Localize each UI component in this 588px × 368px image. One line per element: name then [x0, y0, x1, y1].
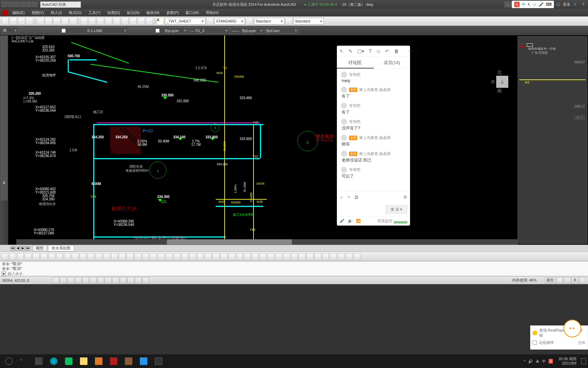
status-custom-icon[interactable] — [579, 277, 586, 283]
qat-undo-icon[interactable] — [20, 2, 25, 7]
menu-parametric[interactable]: 参数(P) — [164, 10, 182, 16]
btool-46[interactable] — [354, 253, 360, 260]
tool-btn-9[interactable] — [69, 17, 77, 25]
tab-next-icon[interactable]: ▶ — [20, 246, 25, 251]
circle-tool-icon[interactable] — [1, 50, 7, 57]
ann-mode-icon[interactable] — [127, 277, 134, 283]
menu-dimension[interactable]: 标注(N) — [124, 10, 142, 16]
btool-8[interactable] — [56, 253, 63, 260]
pencil-tool-icon[interactable]: ✎ — [348, 48, 353, 54]
tray-sogou-icon[interactable]: S — [549, 359, 553, 364]
menu-view[interactable]: 视图(V) — [29, 10, 47, 16]
tab-first-icon[interactable]: ⏮ — [10, 246, 15, 251]
explorer-taskbar-icon[interactable] — [77, 356, 91, 367]
layer-btn-2[interactable] — [27, 27, 35, 34]
menu-app-icon[interactable] — [3, 10, 8, 15]
text-tool-icon[interactable]: T — [369, 48, 372, 54]
tool-btn-2[interactable] — [10, 17, 17, 25]
tool-btn-8[interactable] — [61, 17, 69, 25]
tool-btn-3[interactable] — [18, 17, 25, 25]
ignore-link[interactable]: 忽略 — [578, 340, 586, 345]
menu-draw[interactable]: 绘图(D) — [105, 10, 123, 16]
btool-31[interactable] — [236, 253, 243, 260]
snap-mode-icon[interactable] — [52, 277, 59, 283]
btool-3[interactable] — [17, 253, 24, 260]
color-combo[interactable]: ByLayer — [154, 27, 188, 34]
ime-floating-bar[interactable]: S 中 •, ☺ 🎤 ⌨ — [512, 1, 554, 8]
tool-btn-6[interactable] — [45, 17, 52, 25]
tab-last-icon[interactable]: ⏭ — [26, 246, 30, 251]
btool-45[interactable] — [346, 253, 353, 260]
tool-btn-7[interactable] — [53, 17, 61, 25]
visual-style-combo[interactable]: 典 — [1, 27, 18, 34]
qat-save-icon[interactable] — [14, 2, 19, 7]
sogou-icon[interactable]: S — [514, 2, 520, 7]
btool-21[interactable] — [158, 253, 165, 260]
model-space-canvas[interactable]: 4 6 8 [一][抬架][门]广域线图 网格无调整不正确 325.610 32… — [8, 35, 588, 245]
block-tool-icon[interactable] — [1, 101, 7, 107]
mtext-tool-icon[interactable] — [1, 115, 7, 122]
text-style-btn[interactable]: A — [157, 17, 164, 25]
btool-14[interactable] — [103, 253, 110, 260]
btool-15[interactable] — [111, 253, 118, 260]
osnap-mode-icon[interactable] — [82, 277, 89, 283]
btool-38[interactable] — [291, 253, 298, 260]
menu-tools[interactable]: 工具(T) — [86, 10, 103, 16]
tool-btn-17[interactable] — [137, 17, 145, 25]
btool-32[interactable] — [244, 253, 251, 260]
door-tool-icon[interactable] — [1, 194, 7, 200]
btool-25[interactable] — [189, 253, 196, 260]
start-button[interactable] — [2, 356, 16, 367]
qp-mode-icon[interactable] — [112, 277, 119, 283]
mleader-style-btn[interactable] — [285, 17, 293, 25]
ime-punct-indicator[interactable]: •, — [528, 2, 530, 7]
btool-40[interactable] — [307, 253, 313, 260]
cmd-prompt-icon[interactable]: ▸ — [1, 271, 6, 276]
btool-34[interactable] — [260, 253, 266, 260]
btool-36[interactable] — [275, 253, 282, 260]
tab-discuss[interactable]: 讨论区 — [337, 57, 374, 68]
delete-tool-icon[interactable]: 🗑 — [394, 48, 399, 54]
qat-new-icon[interactable] — [1, 2, 7, 7]
help-q-icon[interactable]: ? — [580, 2, 587, 7]
btool-20[interactable] — [150, 253, 157, 260]
layer-state-btn[interactable] — [129, 27, 136, 34]
eraser-tool-icon[interactable]: ◇ — [377, 48, 380, 54]
ray-tool-icon[interactable] — [1, 158, 7, 165]
btool-28[interactable] — [213, 253, 219, 260]
settings-icon[interactable]: ⚙ — [403, 195, 407, 200]
tool-btn-11[interactable] — [88, 17, 96, 25]
text-tool-icon[interactable] — [1, 108, 7, 114]
helix-tool-icon[interactable] — [1, 172, 7, 179]
resource-monitor-label[interactable]: 资源监控 — [377, 218, 392, 224]
linetype-combo[interactable]: --- TG_X — [189, 27, 229, 34]
rect-tool-icon[interactable] — [1, 65, 7, 72]
point-tool-icon[interactable] — [1, 93, 7, 100]
layer-btn-4[interactable] — [44, 27, 51, 34]
status-tian-btn[interactable]: 天 — [571, 277, 578, 283]
btool-12[interactable] — [87, 253, 94, 260]
layer-combo[interactable]: 0-1-LINE — [60, 27, 128, 34]
spline-tool-icon[interactable] — [1, 86, 7, 93]
tool-btn-4[interactable] — [26, 17, 33, 25]
status-scale-icon[interactable] — [556, 277, 563, 283]
more-icon[interactable]: ⋮ — [416, 49, 420, 53]
ime-lang-indicator[interactable]: 中 — [522, 2, 526, 7]
extra-mode-icon[interactable] — [142, 277, 149, 283]
tool-btn-16[interactable] — [129, 17, 137, 25]
taskview-icon[interactable] — [32, 356, 46, 367]
speaker-icon[interactable]: 🔊 — [348, 219, 353, 223]
tray-ime-icon[interactable]: 中 — [542, 359, 546, 364]
help-icon[interactable]: ⓘ — [555, 2, 561, 7]
signal-icon[interactable]: 📶 — [356, 219, 361, 223]
btool-37[interactable] — [283, 253, 290, 260]
btool-17[interactable] — [127, 253, 133, 260]
status-model-btn[interactable]: 模型 — [545, 277, 556, 283]
tab-members[interactable]: 成员(14) — [374, 57, 410, 68]
tool-btn-14[interactable] — [113, 17, 120, 25]
lineweight-combo[interactable]: —— ByLayer — [230, 27, 264, 34]
btool-13[interactable] — [95, 253, 102, 260]
qat-open-icon[interactable] — [7, 2, 13, 7]
btool-9[interactable] — [64, 253, 71, 260]
search-taskbar-icon[interactable]: ○ — [17, 356, 31, 367]
